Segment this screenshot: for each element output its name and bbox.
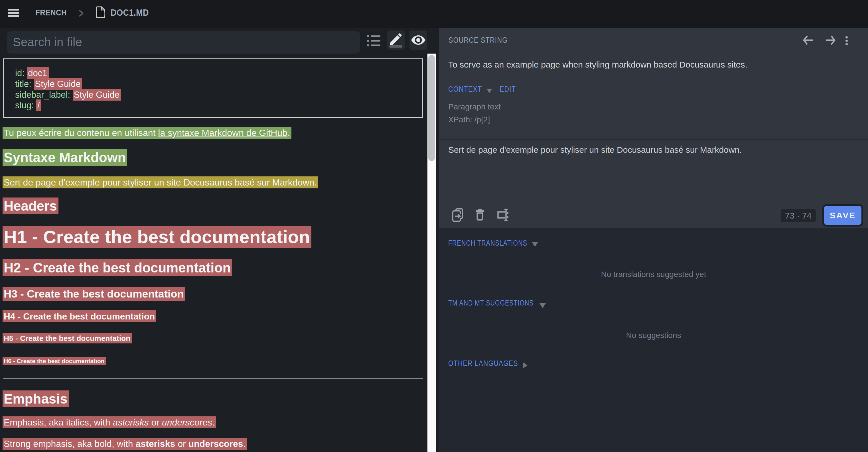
svg-text:M: M <box>98 12 101 16</box>
